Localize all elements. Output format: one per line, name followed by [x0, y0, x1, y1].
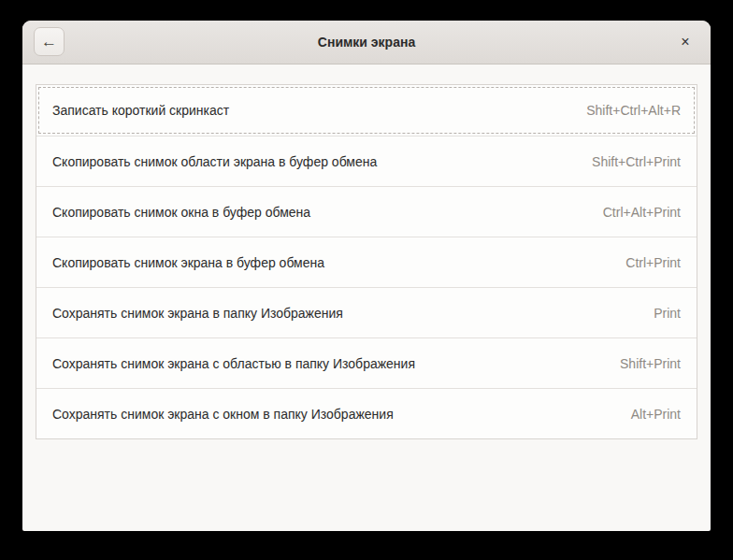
headerbar: ← Снимки экрана ×: [22, 21, 711, 65]
shortcut-label: Скопировать снимок области экрана в буфе…: [52, 154, 377, 169]
shortcut-row[interactable]: Записать короткий скринкаст Shift+Ctrl+A…: [36, 85, 697, 136]
shortcut-list: Записать короткий скринкаст Shift+Ctrl+A…: [36, 84, 697, 439]
shortcut-accel: Print: [654, 306, 681, 321]
shortcut-row[interactable]: Сохранять снимок экрана в папку Изображе…: [36, 287, 697, 337]
page-content: Записать короткий скринкаст Shift+Ctrl+A…: [22, 65, 711, 459]
shortcut-row[interactable]: Сохранять снимок экрана с областью в пап…: [36, 337, 697, 388]
back-button[interactable]: ←: [34, 27, 65, 56]
shortcut-row[interactable]: Сохранять снимок экрана с окном в папку …: [36, 388, 697, 438]
close-icon: ×: [681, 34, 689, 50]
window-title: Снимки экрана: [318, 35, 415, 50]
shortcut-accel: Ctrl+Print: [625, 255, 681, 270]
shortcut-label: Записать короткий скринкаст: [52, 103, 229, 118]
shortcut-row[interactable]: Скопировать снимок экрана в буфер обмена…: [36, 237, 697, 287]
shortcut-label: Сохранять снимок экрана в папку Изображе…: [52, 306, 343, 321]
shortcut-row[interactable]: Скопировать снимок области экрана в буфе…: [36, 136, 697, 186]
shortcut-label: Скопировать снимок окна в буфер обмена: [52, 205, 310, 220]
shortcut-label: Скопировать снимок экрана в буфер обмена: [52, 255, 324, 270]
shortcut-accel: Shift+Print: [620, 356, 681, 371]
shortcut-accel: Shift+Ctrl+Print: [592, 154, 681, 169]
shortcut-accel: Ctrl+Alt+Print: [603, 205, 681, 220]
settings-window: ← Снимки экрана × Записать короткий скри…: [22, 21, 711, 531]
close-button[interactable]: ×: [672, 21, 698, 64]
shortcut-row[interactable]: Скопировать снимок окна в буфер обмена C…: [36, 186, 697, 237]
back-arrow-icon: ←: [41, 33, 57, 51]
shortcut-accel: Shift+Ctrl+Alt+R: [586, 103, 681, 118]
shortcut-accel: Alt+Print: [631, 407, 681, 422]
shortcut-label: Сохранять снимок экрана с окном в папку …: [52, 407, 394, 422]
shortcut-label: Сохранять снимок экрана с областью в пап…: [52, 356, 415, 371]
